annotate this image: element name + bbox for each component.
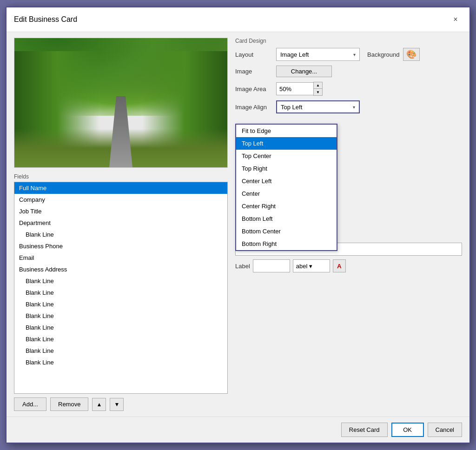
ok-button[interactable]: OK [391, 423, 424, 437]
remove-button[interactable]: Remove [50, 397, 88, 411]
dropdown-item[interactable]: Bottom Right [236, 238, 337, 250]
layout-row: Layout Image Left ▾ Background 🎨 [235, 48, 462, 61]
change-image-button[interactable]: Change... [276, 66, 332, 77]
field-item[interactable]: Blank Line [14, 275, 227, 287]
fields-list: Full NameCompanyJob TitleDepartmentBlank… [14, 182, 228, 394]
label-row: Label abel ▾ A [235, 259, 462, 272]
layout-select-arrow: ▾ [353, 52, 356, 57]
reset-card-button[interactable]: Reset Card [341, 423, 388, 437]
dialog-title: Edit Business Card [14, 15, 77, 24]
image-area-spinner: ▲ ▼ [313, 82, 323, 96]
dialog-body: Fields Full NameCompanyJob TitleDepartme… [7, 32, 469, 417]
label-position-value: abel [296, 263, 308, 270]
right-panel: Card Design Layout Image Left ▾ Backgrou… [235, 38, 462, 411]
label-text: Label [235, 263, 250, 270]
add-button[interactable]: Add... [14, 397, 46, 411]
field-item[interactable]: Blank Line [14, 345, 227, 357]
spinner-up[interactable]: ▲ [314, 82, 322, 89]
label-color-icon: A [337, 263, 342, 270]
field-item[interactable]: Blank Line [14, 298, 227, 310]
image-align-row: Image Align Top Left ▾ [235, 100, 462, 113]
dropdown-item[interactable]: Center Left [236, 175, 337, 187]
image-align-label: Image Align [235, 104, 272, 111]
card-design-label: Card Design [235, 38, 462, 44]
field-item[interactable]: Blank Line [14, 310, 227, 322]
field-item[interactable]: Company [14, 194, 227, 205]
cancel-button[interactable]: Cancel [428, 423, 462, 437]
dropdown-item[interactable]: Bottom Center [236, 225, 337, 238]
field-item[interactable]: Business Address [14, 264, 227, 275]
background-button[interactable]: 🎨 [403, 48, 420, 61]
dropdown-item[interactable]: Bottom Left [236, 212, 337, 225]
fields-section: Fields Full NameCompanyJob TitleDepartme… [14, 173, 228, 411]
image-label: Image [235, 68, 272, 75]
field-item[interactable]: Blank Line [14, 229, 227, 240]
image-area-row: Image Area ▲ ▼ [235, 82, 462, 96]
edit-business-card-dialog: Edit Business Card × Fields Full NameCom [6, 7, 470, 443]
image-align-dropdown: Fit to EdgeTop LeftTop CenterTop RightCe… [235, 124, 337, 251]
image-area-control: ▲ ▼ [276, 82, 323, 96]
layout-label: Layout [235, 51, 272, 58]
dropdown-item[interactable]: Center [236, 187, 337, 200]
dropdown-item[interactable]: Top Center [236, 150, 337, 162]
left-panel: Fields Full NameCompanyJob TitleDepartme… [14, 38, 228, 411]
field-item[interactable]: Blank Line [14, 287, 227, 298]
image-area-input[interactable] [276, 82, 313, 95]
label-position-select[interactable]: abel ▾ [293, 259, 330, 272]
image-row: Image Change... [235, 66, 462, 77]
layout-select[interactable]: Image Left ▾ [276, 48, 360, 61]
field-item[interactable]: Blank Line [14, 357, 227, 368]
dropdown-item[interactable]: Top Left [236, 137, 337, 150]
close-button[interactable]: × [449, 13, 462, 26]
field-item[interactable]: Job Title [14, 205, 227, 217]
field-item[interactable]: Business Phone [14, 240, 227, 252]
move-down-button[interactable]: ▼ [110, 398, 124, 411]
spinner-down[interactable]: ▼ [314, 89, 322, 95]
image-area-label: Image Area [235, 86, 272, 93]
field-item[interactable]: Full Name [14, 182, 227, 194]
background-icon: 🎨 [406, 49, 416, 60]
layout-value: Image Left [280, 51, 309, 58]
move-up-button[interactable]: ▲ [92, 398, 106, 411]
label-select-arrow: ▾ [309, 263, 312, 270]
card-design-section: Card Design Layout Image Left ▾ Backgrou… [235, 38, 462, 118]
label-input[interactable] [253, 259, 290, 272]
dialog-footer: Reset Card OK Cancel [7, 417, 469, 443]
title-bar: Edit Business Card × [7, 7, 469, 32]
image-align-arrow: ▾ [353, 105, 355, 110]
fields-buttons: Add... Remove ▲ ▼ [14, 397, 228, 411]
field-item[interactable]: Department [14, 217, 227, 229]
field-item[interactable]: Email [14, 252, 227, 264]
fields-section-label: Fields [14, 173, 228, 180]
dropdown-item[interactable]: Top Right [236, 162, 337, 175]
dropdown-item[interactable]: Center Right [236, 200, 337, 212]
background-label: Background [367, 51, 399, 58]
dropdown-item[interactable]: Fit to Edge [236, 125, 337, 137]
card-preview [14, 38, 228, 168]
image-align-select[interactable]: Top Left ▾ [276, 100, 360, 113]
nature-scene [14, 38, 227, 167]
label-color-button[interactable]: A [333, 259, 346, 272]
field-item[interactable]: Blank Line [14, 322, 227, 333]
field-item[interactable]: Blank Line [14, 333, 227, 345]
image-align-value: Top Left [281, 104, 302, 111]
